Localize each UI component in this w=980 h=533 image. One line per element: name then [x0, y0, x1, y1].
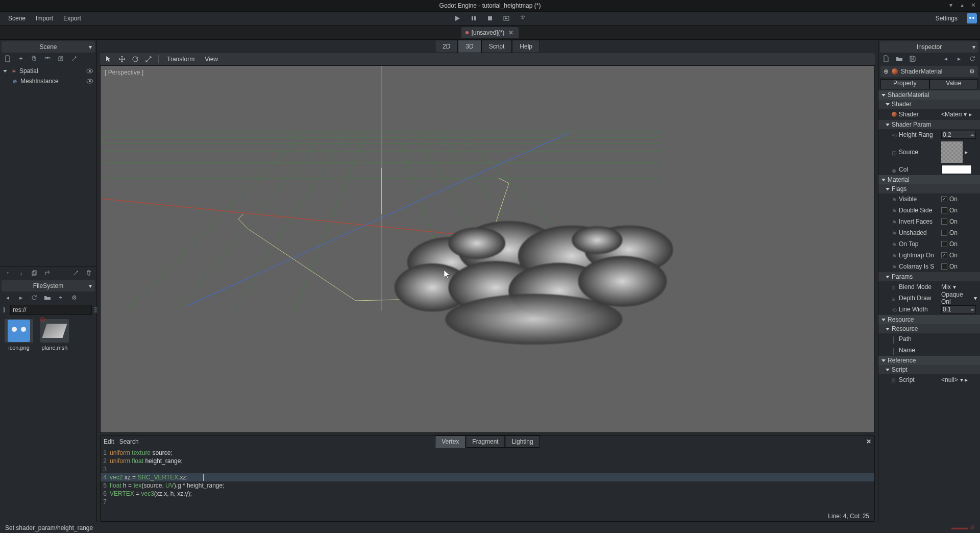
prop-height-range[interactable]: ⟲ Height Rang 0.2◂▸: [878, 129, 980, 140]
script-icon[interactable]: [55, 54, 66, 64]
shader-tab-vertex[interactable]: Vertex: [435, 435, 465, 448]
menu-scene[interactable]: Scene: [3, 13, 31, 24]
filesystem-dock-header[interactable]: FileSystem ▾: [2, 280, 95, 292]
tab-script[interactable]: Script: [481, 40, 512, 53]
nav-reload-icon[interactable]: [29, 293, 40, 303]
close-icon[interactable]: ✕: [970, 2, 977, 9]
inspector-dock-header[interactable]: Inspector ▾: [880, 41, 978, 53]
tab-help[interactable]: Help: [512, 40, 540, 53]
delete-icon[interactable]: [83, 268, 94, 278]
section-shaderparam[interactable]: Shader Param: [878, 120, 980, 129]
move-up-icon[interactable]: ↑: [2, 268, 13, 278]
inspector-object-row[interactable]: ⊕ ShaderMaterial ⚙: [880, 66, 978, 77]
section-material[interactable]: Material: [878, 175, 980, 184]
new-resource-icon[interactable]: [880, 54, 892, 64]
file-plane-msh[interactable]: plane.msh: [39, 319, 70, 351]
checkbox[interactable]: [941, 230, 947, 236]
tree-node-meshinstance[interactable]: ⊕ MeshInstance: [2, 76, 94, 86]
revert-icon[interactable]: ⟲: [892, 132, 897, 137]
move-down-icon[interactable]: ↓: [15, 268, 27, 278]
file-icon-png[interactable]: icon.png: [3, 319, 35, 351]
section-resource[interactable]: Resource: [878, 315, 980, 324]
section-resource-sub[interactable]: Resource: [878, 324, 980, 333]
play-scene-icon[interactable]: [500, 13, 513, 24]
prop-depth-draw[interactable]: ≡Depth DrawOpaque Onl ▾: [878, 293, 980, 304]
checkbox[interactable]: [941, 263, 947, 270]
visibility-icon[interactable]: [86, 79, 94, 84]
maximize-icon[interactable]: ▴: [959, 2, 966, 9]
shader-tab-fragment[interactable]: Fragment: [465, 435, 505, 448]
checkbox[interactable]: [941, 207, 947, 213]
nav-folder-icon[interactable]: [42, 293, 53, 303]
scene-tab-unsaved[interactable]: [unsaved](*) ✕: [461, 27, 519, 38]
prop-lightmap-on[interactable]: ⚑Lightmap OnOn: [878, 250, 980, 261]
stop-icon[interactable]: [483, 13, 497, 24]
tab-3d[interactable]: 3D: [458, 40, 481, 53]
checkbox[interactable]: [941, 252, 947, 258]
section-params[interactable]: Params: [878, 272, 980, 281]
scale-tool-icon[interactable]: [143, 54, 154, 64]
duplicate-icon[interactable]: [29, 268, 40, 278]
shader-close-icon[interactable]: ✕: [866, 438, 871, 445]
history-menu-icon[interactable]: [967, 54, 978, 64]
link-icon[interactable]: [42, 54, 53, 64]
prop-shader[interactable]: Shader <Materi ▾ ▸: [878, 109, 980, 120]
prop-script[interactable]: ⎘Script<null> ▾ ▸: [878, 374, 980, 385]
expand-icon[interactable]: [3, 70, 7, 72]
dock-menu-icon[interactable]: ▾: [972, 43, 975, 51]
load-resource-icon[interactable]: [894, 54, 905, 64]
play-icon[interactable]: [451, 13, 464, 24]
color-swatch[interactable]: [941, 165, 972, 174]
nav-add-icon[interactable]: +: [55, 293, 66, 303]
multi-edit-icon[interactable]: [70, 268, 81, 278]
shader-tab-lighting[interactable]: Lighting: [505, 435, 540, 448]
nav-settings-icon[interactable]: ⚙: [68, 293, 80, 303]
select-tool-icon[interactable]: [103, 54, 114, 64]
rotate-tool-icon[interactable]: [130, 54, 141, 64]
tab-2d[interactable]: 2D: [435, 40, 458, 53]
minimize-icon[interactable]: ▾: [947, 2, 954, 9]
reparent-icon[interactable]: [42, 268, 53, 278]
prop-name[interactable]: │Name: [878, 345, 980, 356]
path-input[interactable]: [10, 305, 92, 315]
section-script[interactable]: Script: [878, 365, 980, 374]
checkbox[interactable]: [941, 196, 947, 202]
instance-icon[interactable]: [29, 54, 40, 64]
nav-fwd-icon[interactable]: ▸: [15, 293, 27, 303]
shader-edit-menu[interactable]: Edit: [104, 438, 114, 445]
prop-double-side[interactable]: ⚑Double SideOn: [878, 205, 980, 216]
dock-menu-icon[interactable]: ▾: [89, 43, 92, 51]
move-tool-icon[interactable]: [116, 54, 128, 64]
tree-node-spatial[interactable]: ✳ Spatial: [2, 66, 94, 76]
save-resource-icon[interactable]: [907, 54, 918, 64]
play-custom-icon[interactable]: [516, 13, 529, 24]
texture-swatch[interactable]: [941, 141, 963, 163]
shader-search-menu[interactable]: Search: [119, 438, 139, 445]
prop-colarray[interactable]: ⚑Colarray Is SOn: [878, 261, 980, 272]
path-tree-icon[interactable]: [2, 305, 8, 315]
checkbox[interactable]: [941, 219, 947, 225]
history-fwd-icon[interactable]: ▸: [953, 54, 965, 64]
history-back-icon[interactable]: ◂: [940, 54, 951, 64]
section-flags[interactable]: Flags: [878, 184, 980, 193]
tab-close-icon[interactable]: ✕: [507, 29, 514, 36]
connect-icon[interactable]: [68, 54, 80, 64]
pause-icon[interactable]: [467, 13, 480, 24]
revert-icon[interactable]: ◆: [892, 167, 897, 172]
new-node-icon[interactable]: [2, 54, 13, 64]
section-shader[interactable]: Shader: [878, 100, 980, 109]
prop-on-top[interactable]: ⚑On TopOn: [878, 238, 980, 250]
prop-invert-faces[interactable]: ⚑Invert FacesOn: [878, 216, 980, 227]
add-node-icon[interactable]: +: [15, 54, 27, 64]
nav-back-icon[interactable]: ◂: [2, 293, 13, 303]
menu-export[interactable]: Export: [58, 13, 86, 24]
menu-import[interactable]: Import: [31, 13, 58, 24]
section-reference[interactable]: Reference: [878, 356, 980, 365]
shader-code[interactable]: 1uniform texture source; 2uniform float …: [101, 448, 874, 511]
section-shadermaterial[interactable]: ShaderMaterial: [878, 90, 980, 100]
visibility-icon[interactable]: [86, 68, 94, 74]
3d-viewport[interactable]: [ Perspective ]: [100, 65, 875, 433]
prop-unshaded[interactable]: ⚑UnshadedOn: [878, 227, 980, 238]
prop-path[interactable]: │Path: [878, 333, 980, 345]
prop-visible[interactable]: ⚑VisibleOn: [878, 193, 980, 205]
